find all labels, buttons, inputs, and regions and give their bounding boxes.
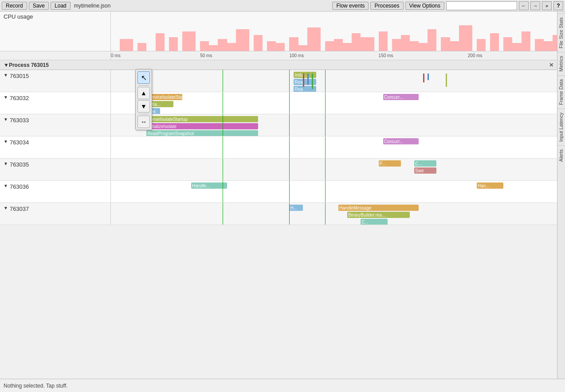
thread-id: 763037 [10,206,29,212]
help-button[interactable]: ? [553,1,563,10]
cpu-bar [137,43,146,51]
cpu-bar [512,43,521,51]
event-bar[interactable]: Concurr... [383,138,419,144]
load-button[interactable]: Load [51,2,71,10]
tick-label: 0 ms [111,53,121,58]
tick-label: 150 ms [379,53,393,58]
cpu-bar [298,45,307,51]
record-button[interactable]: Record [2,2,27,10]
sidebar-tab[interactable]: Frame Data [557,75,565,109]
event-bar[interactable]: H... [289,205,302,211]
vertical-marker [325,92,326,114]
view-options-button[interactable]: View Options [405,2,444,10]
tick-label: 50 ms [200,53,212,58]
thread-timeline[interactable]: H...HandleMessageBinaryBuilder.rea...C..… [111,203,557,225]
event-bar[interactable]: HandleMessage [338,205,419,211]
process-group-arrow: ▼ [4,62,9,68]
cpu-bar [428,29,436,51]
timeline-area: CPU usage 0 ms50 ms100 ms150 ms200 ms250… [0,12,557,379]
cpu-bar [379,31,388,51]
thread-label: ▼763034 [0,136,111,158]
cpu-bar [325,41,334,51]
event-bar[interactable]: P... [379,160,401,167]
search-input[interactable] [446,1,517,10]
event-bar[interactable]: C... [361,219,387,225]
event-bar[interactable]: InitializeIsolate [146,123,258,129]
event-bar[interactable]: Concurr... [383,94,419,100]
flow-events-button[interactable]: Flow events [332,2,369,10]
sidebar-tab[interactable]: Metrics [557,52,565,75]
event-bar[interactable]: ReadProgramSnapshot [146,130,258,136]
vertical-marker [325,114,326,136]
close-process-button[interactable]: ✕ [549,62,553,68]
processes-button[interactable]: Processes [370,2,403,10]
scroll-down-icon: ▼ [141,103,147,110]
thread-timeline[interactable]: KernelIsolateStartupInitializeIsolateRea… [111,114,557,136]
cpu-bar [419,43,428,51]
thread-row: ▼763035P...C...Swe [0,159,557,181]
scroll-down-button[interactable]: ▼ [137,100,150,113]
expand-icon: ↔ [141,118,147,125]
nav-prev-button[interactable]: ← [519,1,529,10]
thread-timeline[interactable]: Handle...Han... [111,181,557,202]
thread-timeline[interactable]: Concurr... [111,136,557,158]
vertical-marker [325,136,326,158]
vertical-marker [325,203,326,225]
thread-label: ▼763036 [0,181,111,202]
right-sidebar: File Size StatsMetricsFrame DataInput La… [557,12,565,379]
thread-label: ▼763015 [0,70,111,92]
nav-next-button[interactable]: → [530,1,540,10]
thread-timeline[interactable]: P...C...Swe [111,159,557,180]
thread-label: ▼763035 [0,159,111,180]
cpu-bar [343,43,352,51]
event-bar[interactable]: Handle... [191,182,227,189]
cpu-bar [459,25,472,51]
vertical-marker [325,70,326,92]
thread-label: ▼763037 [0,203,111,225]
thread-timeline[interactable]: Initia...ReaRea [111,70,557,92]
thread-timeline[interactable]: ServiceIsolateStartupInitia...ReaConcurr… [111,92,557,114]
cpu-bar [307,27,321,51]
vertical-marker [223,92,223,114]
vertical-marker [289,136,290,158]
thread-row: ▼763015Initia...ReaRea [0,70,557,92]
vertical-marker [289,92,290,114]
cpu-bar [352,33,361,51]
cpu-bar [156,33,165,51]
scroll-up-button[interactable]: ▲ [137,87,150,99]
cpu-bar [236,29,249,51]
thread-row: ▼763032ServiceIsolateStartupInitia...Rea… [0,92,557,114]
cpu-bar [450,41,459,51]
cpu-bar [477,39,486,51]
rows-container[interactable]: ▼ Process 763015 ✕ ▼763015Initia...ReaRe… [0,60,557,379]
sidebar-tab[interactable]: File Size Stats [557,13,565,52]
cpu-bar [401,35,410,51]
vertical-marker [289,159,290,180]
cpu-label: CPU usage [0,12,111,51]
event-bar[interactable]: Swe [414,167,436,174]
event-bar[interactable]: C... [414,160,436,167]
vertical-marker [223,159,223,180]
status-bar: Nothing selected. Tap stuff. [0,379,565,392]
vertical-marker [325,159,326,180]
cpu-bar [544,41,553,51]
select-tool-button[interactable]: ↖ [137,71,150,84]
expand-button[interactable]: ↔ [137,116,150,128]
thread-arrow: ▼ [4,183,8,188]
event-bar[interactable]: Han... [477,182,503,189]
save-button[interactable]: Save [29,2,49,10]
sidebar-tab[interactable]: Input Latency [557,109,565,145]
event-bar[interactable]: BinaryBuilder.rea... [347,212,410,218]
thread-id: 763032 [10,95,29,101]
nav-dots-button[interactable]: » [542,1,552,10]
thread-arrow: ▼ [4,206,8,210]
vertical-marker [289,114,290,136]
vertical-marker [223,136,223,158]
mini-bar [307,74,309,85]
event-bar[interactable]: KernelIsolateStartup [146,116,258,122]
process-group-label: Process 763015 [9,62,49,68]
ruler-ticks: 0 ms50 ms100 ms150 ms200 ms250 ms [111,51,557,60]
sidebar-tab[interactable]: Alerts [557,145,565,165]
thread-arrow: ▼ [4,117,8,122]
thread-id: 763033 [10,117,29,124]
